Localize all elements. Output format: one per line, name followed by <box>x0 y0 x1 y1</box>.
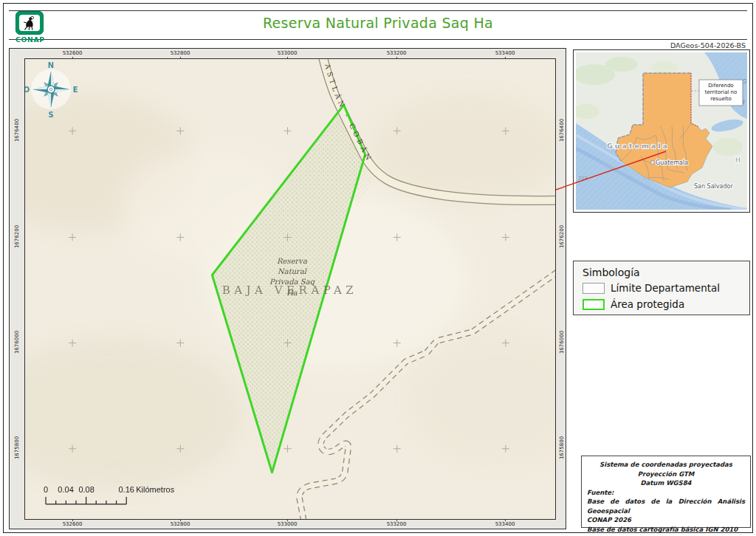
grid-label-top: 533400 <box>490 49 520 58</box>
grid-label-top: 533200 <box>382 49 411 58</box>
grid-label-top: 533000 <box>272 49 302 58</box>
datum-line: Datum WGS84 <box>587 478 745 488</box>
compass-n: N <box>48 61 54 69</box>
metadata-panel: Sistema de coordenadas proyectadas Proye… <box>581 456 751 528</box>
svg-text:Natural: Natural <box>278 267 307 275</box>
compass-o: O <box>25 86 30 94</box>
conap-logo-box <box>16 11 44 35</box>
departmental-limit-swatch <box>583 283 605 294</box>
compass-s: S <box>48 111 53 119</box>
grid-label-bottom: 533200 <box>382 520 411 529</box>
legend-panel: Simbología Límite Departamental Área pro… <box>573 261 750 315</box>
svg-text:0.08: 0.08 <box>78 485 94 494</box>
conap-logo-text: CONAP <box>16 35 44 44</box>
grid-label-bottom: 532600 <box>58 520 87 529</box>
grid-label-bottom: 533000 <box>272 520 302 529</box>
source-heading: Fuente: <box>587 488 745 498</box>
svg-text:Diferendo: Diferendo <box>708 83 733 89</box>
header-top-rule <box>9 10 747 11</box>
source-line: Base de datos cartografía básica IGN 201… <box>587 525 745 535</box>
svg-text:0.16: 0.16 <box>118 485 134 494</box>
header-bottom-rule <box>9 39 747 40</box>
svg-text:Ha: Ha <box>286 289 298 297</box>
road-number-fragment: 723 <box>578 176 587 182</box>
source-line: Base de datos de la Dirección Análisis G… <box>587 497 745 515</box>
svg-text:resuelto: resuelto <box>710 96 731 102</box>
grid-label-right: 1676200 <box>558 222 566 252</box>
source-line: CONAP 2026 <box>587 515 745 525</box>
country-label: Guatemala <box>607 142 670 150</box>
svg-text:0.04: 0.04 <box>58 485 73 494</box>
protected-area-swatch <box>583 299 605 310</box>
honduras-label-fragment: H o <box>735 157 747 164</box>
compass-e: E <box>73 86 78 94</box>
svg-text:Privada Saq: Privada Saq <box>269 278 316 286</box>
grid-label-bottom: 532800 <box>165 520 195 529</box>
quetzal-bird-icon <box>21 16 38 30</box>
document-code: DAGeos-504-2026-BS <box>670 41 746 49</box>
legend-item-departmental-limit: Límite Departamental <box>583 282 720 294</box>
conap-logo: CONAP <box>16 11 44 44</box>
grid-label-bottom: 533400 <box>490 520 520 529</box>
san-salvador-label: San Salvador <box>694 183 733 190</box>
grid-label-right: 1676400 <box>558 116 566 145</box>
inset-locator-panel: Guatemala Guatemala San Salvador H o Hon… <box>573 49 750 213</box>
grid-label-left: 1675800 <box>13 433 21 463</box>
grid-label-left: 1676200 <box>13 222 21 252</box>
grid-label-left: 1676400 <box>13 116 21 145</box>
projection-line: Proyección GTM <box>587 470 745 479</box>
svg-text:territorial no: territorial no <box>705 89 738 95</box>
territorial-dispute-callout: Diferendo territorial no resuelto <box>699 80 743 106</box>
crs-line: Sistema de coordenadas proyectadas <box>587 460 745 470</box>
legend-title: Simbología <box>583 267 640 278</box>
scale-unit: Kilómetros <box>136 485 174 494</box>
svg-text:Reserva: Reserva <box>277 257 307 265</box>
capital-city-dot <box>650 160 654 164</box>
grid-label-right: 1675800 <box>558 433 566 463</box>
page-title: Reserva Natural Privada Saq Ha <box>0 15 756 31</box>
svg-text:0: 0 <box>44 485 48 494</box>
main-map-panel: 532600 532800 533000 533200 533400 53260… <box>9 48 566 529</box>
grid-label-left: 1676000 <box>13 328 21 357</box>
map-canvas: ASTLÁN - COBÁN BAJA VERAPAZ Reserva Natu… <box>24 58 556 520</box>
grid-label-top: 532600 <box>58 49 87 58</box>
grid-label-right: 1676000 <box>558 328 566 357</box>
legend-item-protected-area: Área protegida <box>583 298 684 310</box>
capital-city-label: Guatemala <box>656 159 688 166</box>
grid-label-top: 532800 <box>165 49 195 58</box>
